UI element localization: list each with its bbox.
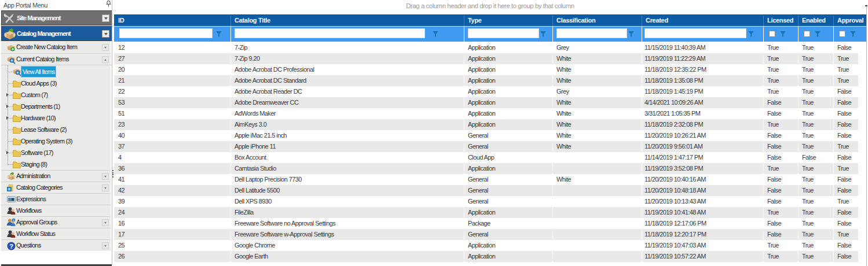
svg-text:?: ?	[9, 243, 13, 250]
